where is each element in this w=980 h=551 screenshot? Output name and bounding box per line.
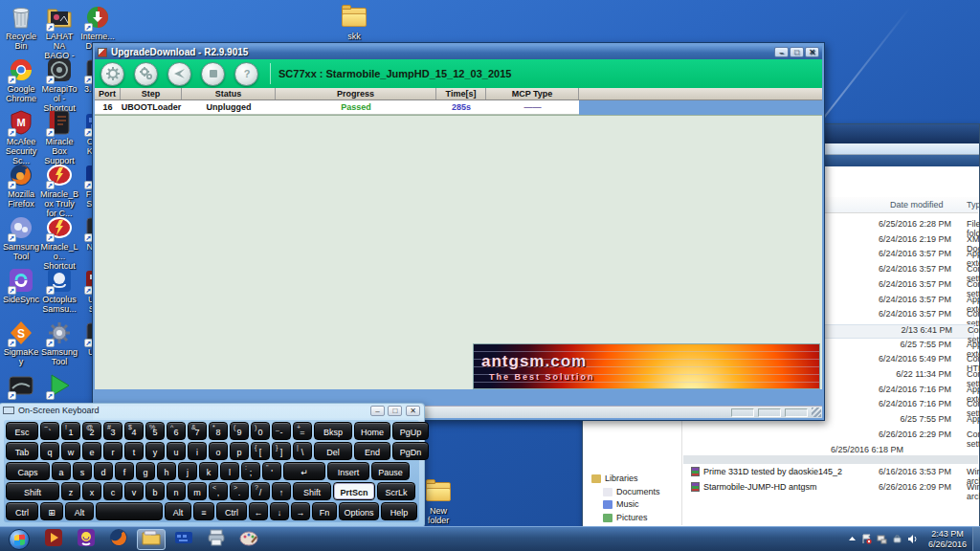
key-sym[interactable]: ?/ [251,482,270,500]
key-sym[interactable]: "' [262,462,281,480]
desktop-icon-miracle-loader[interactable]: ➚Miracle_Lo... Shortcut [40,214,78,271]
desktop-icon-mcafee[interactable]: M➚McAfee Security Sc... [2,109,40,165]
minimize-button[interactable]: – [370,406,385,416]
minimize-button[interactable]: – [774,47,789,57]
key-pause[interactable]: Pause [371,462,410,480]
key-u[interactable]: u [167,442,186,460]
key-5[interactable]: %5 [145,422,165,440]
key-↓[interactable]: ↓ [270,502,289,520]
key-≡[interactable]: ≡ [193,502,214,520]
key-8[interactable]: *8 [209,422,228,440]
key-tab[interactable]: Tab [6,442,38,460]
key-m[interactable]: m [188,482,207,500]
maximize-button[interactable]: □ [388,406,402,416]
key-b[interactable]: b [145,482,165,500]
key-p[interactable]: p [230,442,249,460]
taskbar-icon-yahoo-messenger[interactable] [72,529,100,550]
nav-item-music[interactable]: Music [603,499,639,509]
key-z[interactable]: z [61,482,80,500]
key-2[interactable]: @2 [82,422,101,440]
key-f[interactable]: f [115,462,134,480]
key-ctrl[interactable]: Ctrl [216,502,247,520]
desktop-icon-green-play[interactable]: ➚ [40,372,78,400]
key-bksp[interactable]: Bksp [314,422,352,440]
key-pgdn[interactable]: PgDn [392,442,429,460]
key-y[interactable]: y [145,442,165,460]
key-i[interactable]: i [188,442,207,460]
file-row[interactable]: Starmobile-JUMP-HD antgsm6/26/2016 2:09 … [683,482,974,496]
resize-grip[interactable] [812,408,821,417]
tray-expand-arrow-icon[interactable] [848,534,857,544]
key-alt[interactable]: Alt [165,502,191,520]
tray-volume-icon[interactable] [907,534,918,544]
start-button[interactable] [167,62,191,86]
settings-button[interactable] [100,62,124,86]
taskbar-icon-onscreen-keyboard[interactable] [169,529,198,550]
key-home[interactable]: Home [354,422,390,440]
key-shift[interactable]: Shift [6,482,59,500]
key-4[interactable]: $4 [124,422,144,440]
key-fn[interactable]: Fn [312,502,337,520]
taskbar-icon-explorer[interactable] [137,529,166,550]
result-row[interactable]: 16UBOOTLoaderUnpluggedPassed285s—— [95,100,579,115]
key-del[interactable]: Del [314,442,352,460]
key-help[interactable]: Help [381,502,417,520]
taskbar-icon-paint[interactable] [234,529,263,550]
key-shift[interactable]: Shift [293,482,331,500]
desktop-icon-miracle-box-truly[interactable]: ➚Miracle_Box Truly for C... [40,162,78,218]
key-s[interactable]: s [73,462,92,480]
key-↑[interactable]: ↑ [272,482,291,500]
show-desktop-button[interactable] [972,527,980,551]
key-v[interactable]: v [124,482,144,500]
key-0[interactable]: )0 [251,422,270,440]
key-alt[interactable]: Alt [65,502,94,520]
key-sym[interactable]: }] [272,442,291,460]
key-options[interactable]: Options [339,502,379,520]
column-type[interactable]: Type [967,200,980,209]
key-w[interactable]: w [61,442,80,460]
key-r[interactable]: r [103,442,122,460]
key-scrlk[interactable]: ScrLk [377,482,415,500]
key-⊞[interactable]: ⊞ [40,502,63,520]
key-esc[interactable]: Esc [6,422,38,440]
key-sym[interactable]: _- [272,422,291,440]
desktop-icon-samsung-tool-gear[interactable]: ➚Samsung Tool [40,320,78,366]
tray-action-center-flag-icon[interactable] [861,534,872,544]
key-c[interactable]: c [103,482,122,500]
key-d[interactable]: d [94,462,113,480]
start-button[interactable] [3,528,35,551]
tray-safely-remove-icon[interactable] [892,534,902,544]
desktop-icon-google-chrome[interactable]: ➚Google Chrome [2,56,40,103]
desktop-icon-miracle-box-support[interactable]: ➚Miracle Box Support [40,109,78,165]
stop-button[interactable] [201,62,225,86]
tool-titlebar[interactable]: UpgradeDownload - R2.9.9015 – □ ✕ [95,45,822,59]
key-7[interactable]: &7 [188,422,207,440]
key-j[interactable]: j [178,462,197,480]
key-n[interactable]: n [167,482,186,500]
key-sym[interactable]: += [293,422,312,440]
key-o[interactable]: o [209,442,228,460]
nav-item-pictures[interactable]: Pictures [603,513,648,522]
key-k[interactable]: k [199,462,218,480]
key-caps[interactable]: Caps [6,462,50,480]
options-button[interactable] [134,62,158,86]
key-a[interactable]: a [52,462,71,480]
key-sym[interactable]: :; [241,462,260,480]
nav-item-libraries[interactable]: Libraries [591,474,638,483]
close-button[interactable]: ✕ [406,406,420,416]
key-ctrl[interactable]: Ctrl [6,502,38,520]
key-x[interactable]: x [82,482,101,500]
key-e[interactable]: e [82,442,101,460]
key-1[interactable]: !1 [61,422,80,440]
tray-network-icon[interactable] [877,534,887,544]
osk-titlebar[interactable]: On-Screen Keyboard – □ ✕ [0,404,424,417]
desktop-icon-mozilla-firefox[interactable]: ➚Mozilla Firefox [2,162,40,209]
taskbar-icon-printer[interactable] [202,529,231,550]
desktop-icon-car-app[interactable]: ➚ [2,372,40,400]
maximize-button[interactable]: □ [790,47,804,57]
help-button[interactable]: ? [234,62,258,86]
desktop-icon-sigmakey[interactable]: S➚SigmaKey [2,320,40,366]
file-row[interactable]: Prime 331D tested by daoskie145_26/16/20… [683,467,974,481]
desktop-icon-octoplus[interactable]: ➚Octoplus Samsu... [40,267,78,314]
key-pgup[interactable]: PgUp [392,422,429,440]
